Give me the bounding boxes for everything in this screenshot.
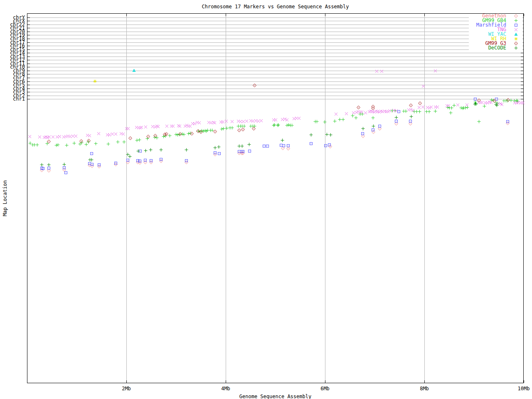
- left-tick-chr19: [27, 35, 30, 35]
- right-tick-chr10: [521, 67, 523, 67]
- right-tick-chr7: [521, 78, 523, 78]
- data-point-gm99-gb4: [168, 134, 172, 138]
- gm99-g3-marker-icon: [514, 42, 518, 45]
- gridline-chr18: [28, 39, 523, 39]
- data-point-tng: [47, 135, 51, 139]
- data-point-gm99-g3: [477, 99, 481, 102]
- data-point-gm99-gb4: [452, 103, 456, 107]
- data-point-gm99-gb4: [138, 138, 141, 142]
- data-point-tng: [447, 104, 451, 108]
- data-point-marshfield: [90, 163, 94, 166]
- left-tick-chr5: [27, 85, 30, 85]
- data-point-tng: [121, 132, 125, 136]
- data-point-marshfield: [97, 163, 101, 167]
- data-point-gm99-g3: [371, 106, 375, 110]
- left-tick-chr10: [27, 67, 30, 67]
- data-point-decode: [394, 116, 398, 119]
- data-point-tng: [436, 105, 439, 109]
- right-tick-chr12: [521, 60, 523, 60]
- data-point-decode: [47, 163, 51, 167]
- data-point-tng: [421, 84, 425, 88]
- right-tick-chr4: [521, 89, 523, 89]
- decode-marker-icon: [514, 46, 518, 50]
- data-point-marshfield: [213, 151, 217, 155]
- data-point-decode: [90, 158, 94, 162]
- gridline-chr6: [28, 81, 523, 82]
- data-point-marshfield: [241, 150, 245, 153]
- data-point-tng: [156, 125, 160, 128]
- data-point-marshfield: [114, 161, 118, 165]
- data-point-tng: [500, 103, 504, 106]
- gridline-chr17: [28, 42, 523, 43]
- data-point-tng: [224, 119, 228, 123]
- data-point-decode: [40, 163, 44, 167]
- data-point-gm99-g3: [153, 134, 157, 138]
- data-point-tng: [165, 124, 169, 128]
- x-tick-label-10Mb: 10Mb: [509, 386, 532, 391]
- x-tick-label-4Mb: 4Mb: [211, 386, 241, 391]
- data-point-gm99-gb4: [230, 126, 234, 130]
- data-point-marshfield: [378, 124, 382, 128]
- left-tick-chr7: [27, 78, 30, 78]
- data-point-gm99-g3: [190, 132, 194, 135]
- x-tick-label-2Mb: 2Mb: [111, 386, 141, 391]
- left-tick-chr17: [27, 42, 30, 43]
- data-point-gm99-gb4: [427, 110, 431, 113]
- data-point-gm99-g3: [418, 101, 422, 105]
- data-point-tng: [245, 119, 249, 123]
- left-tick-chr14: [27, 53, 30, 53]
- data-point-gm99-g3: [213, 130, 217, 133]
- data-point-wi-yac: [132, 69, 136, 72]
- wi-yac-marker-icon: [514, 32, 518, 36]
- data-point-gm99-gb4: [477, 120, 481, 123]
- data-point-tng: [433, 69, 437, 73]
- gridline-8Mb: [424, 14, 425, 382]
- data-point-decode: [329, 133, 332, 137]
- right-tick-chr8: [521, 74, 523, 74]
- left-tick-chr15: [27, 49, 30, 50]
- data-point-tng: [417, 106, 421, 109]
- gridline-chr16: [28, 46, 523, 46]
- top-tick-2Mb: [126, 14, 127, 16]
- data-point-marshfield: [185, 159, 188, 163]
- data-point-tng: [285, 118, 289, 122]
- data-point-gm99-gb4: [333, 119, 337, 123]
- data-point-tng: [456, 103, 460, 107]
- bottom-tick-10Mb: [524, 380, 524, 383]
- data-point-gm99-gb4: [72, 141, 76, 145]
- data-point-decode: [409, 115, 413, 118]
- gridline-chr21: [28, 28, 523, 28]
- gridline-chr20: [28, 32, 523, 32]
- x-axis-label: Genome Sequence Assembly: [27, 394, 524, 399]
- data-point-tng: [521, 101, 525, 105]
- data-point-tng: [380, 69, 384, 73]
- marshfield-marker-icon: [514, 23, 518, 27]
- data-point-gm99-gb4: [116, 140, 120, 144]
- data-point-marshfield: [47, 166, 51, 170]
- data-point-tng: [28, 135, 32, 138]
- data-point-gm99-gb4: [290, 123, 294, 127]
- data-point-marshfield: [309, 142, 313, 145]
- chart-title: Chromosome 17 Markers vs Genome Sequence…: [27, 4, 524, 10]
- data-point-gm99-g3: [237, 128, 241, 132]
- data-point-decode: [144, 149, 148, 153]
- data-point-decode: [281, 138, 284, 142]
- data-point-marshfield: [409, 119, 412, 123]
- data-point-decode: [240, 144, 244, 148]
- data-point-tng: [58, 135, 62, 138]
- data-point-tng: [394, 109, 398, 113]
- data-point-gm99-g3: [146, 135, 150, 138]
- right-tick-chr3: [521, 92, 523, 92]
- gridline-chr9: [28, 71, 523, 71]
- left-tick-chr20: [27, 32, 30, 32]
- data-point-marshfield: [217, 152, 221, 155]
- data-point-marshfield: [282, 144, 286, 148]
- left-tick-chr8: [27, 74, 30, 74]
- wi-rh-marker-icon: [514, 37, 518, 41]
- data-point-tng: [421, 105, 425, 109]
- bottom-tick-2Mb: [126, 380, 127, 383]
- data-point-tng: [51, 135, 55, 139]
- left-tick-chrY: [27, 17, 30, 18]
- legend-item-marshfield: Marshfield: [469, 23, 523, 27]
- data-point-decode: [474, 102, 478, 106]
